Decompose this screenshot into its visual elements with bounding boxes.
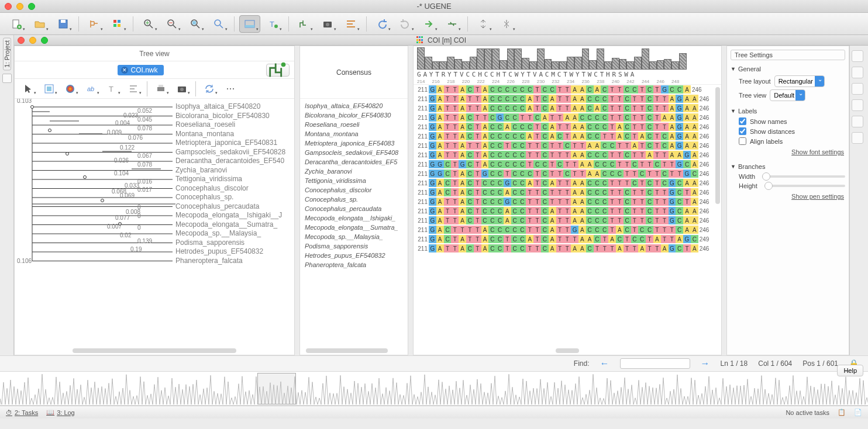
options-tab-highlight-icon[interactable] bbox=[852, 67, 863, 78]
tree-label-icon[interactable]: ab▾ bbox=[81, 81, 101, 96]
taxon-label[interactable]: Montana_montana bbox=[175, 130, 285, 139]
branch-height-slider[interactable] bbox=[764, 185, 845, 187]
tree-layout-select[interactable]: Rectangular bbox=[774, 75, 825, 87]
sequence-name[interactable]: Deracantha_deracantoides_EF5 bbox=[305, 157, 403, 167]
overview-panel[interactable] bbox=[0, 372, 868, 406]
tree-canvas[interactable]: Isophya_altaica_EF540820Bicolorana_bicol… bbox=[15, 99, 294, 347]
sequence-name[interactable]: Conocephalus_sp. bbox=[305, 195, 403, 204]
sequence-name[interactable]: Roeseliana_roeseli bbox=[305, 120, 403, 129]
taxon-label[interactable]: Bicolorana_bicolor_EF540830 bbox=[175, 112, 285, 121]
options-tab-stats-icon[interactable] bbox=[852, 132, 863, 144]
help-button[interactable]: Help bbox=[837, 365, 863, 376]
notify-icon[interactable]: 📄 bbox=[854, 409, 862, 416]
overview-selection[interactable] bbox=[257, 373, 296, 404]
sequence-name[interactable]: Gampsocleis_sedakovii_EF5408 bbox=[305, 148, 403, 157]
camera-icon[interactable]: ▾ bbox=[317, 15, 338, 33]
font-settings-link[interactable]: Show font settings bbox=[731, 146, 845, 158]
align-icon[interactable]: ▾ bbox=[340, 15, 361, 33]
sequence-row[interactable]: 211GATTATTACCTCCTTCTTCTTAACCTTATCTCAGAA2… bbox=[414, 141, 721, 150]
text-icon[interactable]: T▾ bbox=[263, 15, 284, 33]
go-icon[interactable]: ▾ bbox=[418, 15, 439, 33]
sequence-name[interactable]: Phaneroptera_falcata bbox=[305, 260, 403, 269]
tasks-tab[interactable]: ⏱ 2: Tasks bbox=[6, 409, 38, 416]
taxon-label[interactable]: Roeseliana_roeseli bbox=[175, 120, 285, 130]
sequence-name[interactable]: Hetrodes_pupus_EF540832 bbox=[305, 251, 403, 260]
overview-toggle-icon[interactable]: ▾ bbox=[239, 15, 260, 33]
tree-sync-icon[interactable]: ▾ bbox=[199, 81, 219, 96]
taxon-label[interactable]: Hetrodes_pupus_EF540832 bbox=[175, 247, 285, 257]
tree-view-select[interactable]: Default bbox=[770, 89, 805, 101]
build-tree-icon[interactable]: ▾ bbox=[294, 15, 315, 33]
sequence-name[interactable]: Isophya_altaica_EF540820 bbox=[305, 101, 403, 110]
sequence-row[interactable]: 211GATTACTACCCCCTTCTTTAACCCTTCTTATTAAGA2… bbox=[414, 150, 721, 160]
save-icon[interactable]: ▾ bbox=[53, 15, 74, 33]
sequence-row[interactable]: 211GATTACTACCTCCTTCATTAACTTTATTATTAGCTA2… bbox=[414, 244, 721, 253]
sequence-row[interactable]: 211GACTACTCCCGCCATCATTAACCCTTTCTCTCGCAA2… bbox=[414, 178, 721, 188]
doc-close-icon[interactable] bbox=[18, 37, 25, 44]
sequence-row[interactable]: 211GATTATTACCCCCATCATTAACCCTTCTTCTTAGAA2… bbox=[414, 94, 721, 103]
log-tab[interactable]: 📖 3: Log bbox=[46, 409, 75, 416]
tree-hscrollbar[interactable] bbox=[15, 347, 294, 355]
sequence-row[interactable]: 211GATTACTACCCCCATCACTAACCTTACTACTCAGAA2… bbox=[414, 132, 721, 141]
sequence-row[interactable]: 211GATTACTCCCACCTTCATTAACCCTTCTTCTTGCAA2… bbox=[414, 206, 721, 216]
sequence-name[interactable]: Zychia_baranovi bbox=[305, 167, 403, 176]
options-tab-tree-icon[interactable] bbox=[852, 99, 863, 111]
grid-icon[interactable]: ▾ bbox=[107, 15, 128, 33]
section-branches[interactable]: ▼Branches bbox=[731, 161, 845, 172]
taxon-label[interactable]: Mecopoda_sp.__Malaysia_ bbox=[175, 229, 285, 238]
names-hscrollbar[interactable] bbox=[300, 347, 408, 355]
taxon-label[interactable]: Conocephalus_discolor bbox=[175, 184, 285, 193]
sequence-row[interactable]: 211GATTACTTCGCCTTCATTAACCCCTTCTTCTAAGAA2… bbox=[414, 113, 721, 122]
collapse-icon[interactable]: ▾ bbox=[473, 15, 494, 33]
window-zoom-icon[interactable] bbox=[28, 3, 35, 10]
taxon-label[interactable]: Zychia_baranovi bbox=[175, 166, 285, 175]
sequence-name[interactable]: Conocephalus_percaudata bbox=[305, 204, 403, 213]
tree-color-icon[interactable]: ▾ bbox=[60, 81, 80, 96]
tree-print-icon[interactable]: ▾ bbox=[151, 81, 171, 96]
taxon-label[interactable]: Conocephalus_percaudata bbox=[175, 202, 285, 212]
taxon-label[interactable]: Isophya_altaica_EF540820 bbox=[175, 102, 285, 112]
tree-more-icon[interactable] bbox=[221, 81, 240, 96]
tree-layout-icon[interactable]: ▾ bbox=[39, 81, 59, 96]
sequence-name[interactable]: Conocephalus_discolor bbox=[305, 185, 403, 195]
report-icon[interactable]: 📋 bbox=[838, 409, 846, 416]
options-tab-general-icon[interactable] bbox=[852, 50, 863, 62]
sequence-row[interactable]: 211GGCTACTGCCTCCCTCTTCTTAACCCTTCTTCTTGC2… bbox=[414, 169, 721, 178]
sequence-row[interactable]: 211GATTATTACCCCCATCATTAACACTTCTTCTTAGAA2… bbox=[414, 103, 721, 113]
sequence-name[interactable]: Tettigonia_viridissima bbox=[305, 176, 403, 185]
sequence-row[interactable]: 211GGCTGCTACCCCCTCCTCTTAACCCTTCTTCTTGCA2… bbox=[414, 160, 721, 169]
show-names-checkbox[interactable] bbox=[739, 117, 746, 125]
sequence-row[interactable]: 211GATTACTACCACCCTCATTAACCCTACTTCTTAGAA2… bbox=[414, 122, 721, 132]
taxon-label[interactable]: Metrioptera_japonica_EF540831 bbox=[175, 139, 285, 148]
sequence-row[interactable]: 211GATTACTCCCGCCTTCTTTAACCCTTCTTCTTGCTA2… bbox=[414, 197, 721, 206]
branch-width-slider[interactable] bbox=[762, 175, 845, 178]
zoom-reset-icon[interactable]: ▾ bbox=[208, 15, 229, 33]
sequence-name[interactable]: Mecopoda_sp.__Malaysia_ bbox=[305, 232, 403, 241]
close-icon[interactable]: ✕ bbox=[121, 67, 128, 74]
redo-icon[interactable]: ▾ bbox=[395, 15, 416, 33]
taxon-label[interactable]: Tettigonia_viridissima bbox=[175, 175, 285, 184]
doc-minimize-icon[interactable] bbox=[29, 37, 36, 44]
options-tab-export-icon[interactable] bbox=[852, 116, 863, 127]
expand-icon[interactable]: ▾ bbox=[496, 15, 517, 33]
sequence-row[interactable]: 211GACTACTCCCACCTTCTTTAACCCTTCTTCTTGCTA2… bbox=[414, 188, 721, 197]
taxon-label[interactable]: Mecopoda_elongata__Sumatra_ bbox=[175, 220, 285, 230]
find-input[interactable] bbox=[620, 358, 690, 369]
align-labels-checkbox[interactable] bbox=[739, 137, 746, 145]
new-document-icon[interactable]: ▾ bbox=[6, 15, 27, 33]
tree-font-icon[interactable]: T▾ bbox=[102, 81, 122, 96]
window-close-icon[interactable] bbox=[5, 3, 12, 10]
doc-zoom-icon[interactable] bbox=[41, 37, 48, 44]
open-icon[interactable]: ▾ bbox=[29, 15, 50, 33]
taxon-label[interactable]: Gampsocleis_sedakovii_EF540828 bbox=[175, 148, 285, 157]
tree-align-icon[interactable]: ▾ bbox=[123, 81, 143, 96]
zoom-in-icon[interactable]: ▾ bbox=[138, 15, 159, 33]
sequence-name[interactable]: Mecopoda_elongata__Ishigaki_ bbox=[305, 213, 403, 223]
sequence-name[interactable]: Metrioptera_japonica_EF54083 bbox=[305, 139, 403, 148]
zoom-out-icon[interactable]: ▾ bbox=[161, 15, 182, 33]
taxon-label[interactable]: Mecopoda_elongata__Ishigaki__J bbox=[175, 211, 285, 220]
section-general[interactable]: ▼General bbox=[731, 64, 845, 74]
sequence-name[interactable]: Montana_montana bbox=[305, 129, 403, 139]
dock-icon[interactable] bbox=[2, 74, 12, 83]
tree-file-tab[interactable]: ✕ COI.nwk bbox=[118, 65, 164, 75]
